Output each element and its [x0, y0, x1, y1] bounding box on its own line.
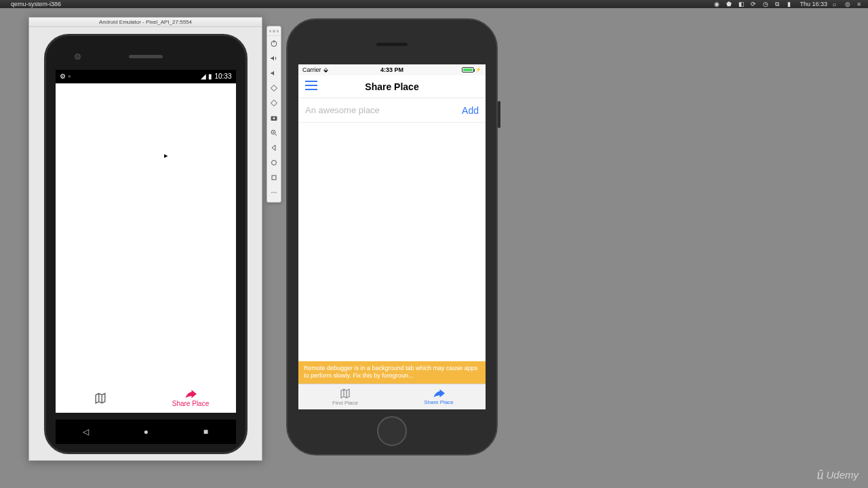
android-tabbar: Share Place [56, 384, 236, 413]
emu-power-button[interactable] [267, 36, 281, 51]
emu-rotate-left-button[interactable] [267, 81, 281, 96]
cursor: ▸ [164, 151, 168, 160]
emulator-titlebar[interactable]: Android Emulator - Pixel_API_27:5554 [29, 18, 262, 27]
svg-point-2 [273, 117, 275, 119]
device-speaker [129, 55, 163, 58]
ios-tabbar: Find Place Share Place [298, 384, 486, 409]
android-app-content[interactable]: ▸ [56, 83, 236, 384]
control-center-icon[interactable]: ◎ [845, 1, 852, 7]
home-button[interactable] [377, 416, 407, 446]
android-screen: ⚙ ▫ ◢ ▮ 10:33 ▸ [56, 70, 236, 413]
svg-point-6 [271, 192, 273, 193]
iphone-device-frame: Carrier ⬙ 4:33 PM ⚡ Share Place Add Remo… [286, 18, 498, 455]
android-statusbar: ⚙ ▫ ◢ ▮ 10:33 [56, 70, 236, 83]
nav-overview-icon[interactable]: ■ [203, 427, 208, 436]
pixel-device-frame: ⚙ ▫ ◢ ▮ 10:33 ▸ [44, 34, 248, 454]
svg-point-7 [273, 192, 275, 193]
svg-rect-5 [272, 176, 276, 180]
wifi-icon[interactable]: ⧉ [775, 1, 782, 7]
emu-back-button[interactable] [267, 140, 281, 155]
tab-label: Share Place [172, 400, 209, 407]
place-input-row: Add [298, 98, 486, 123]
udemy-logo-icon: û [816, 467, 823, 483]
menubar-icon[interactable]: ◷ [763, 1, 770, 7]
emu-more-button[interactable] [267, 185, 281, 200]
tab-label: Find Place [332, 400, 358, 406]
menubar-clock[interactable]: Thu 16:33 [800, 1, 827, 7]
statusbar-time: 10:33 [214, 73, 231, 80]
svg-point-4 [272, 161, 277, 165]
menubar-icon[interactable]: ⟳ [751, 1, 757, 7]
device-speaker [376, 43, 408, 46]
emu-home-button[interactable] [267, 155, 281, 170]
tab-label: Share Place [424, 399, 454, 405]
android-navbar: ◁ ● ■ [56, 420, 236, 444]
toolbar-window-controls[interactable] [267, 28, 281, 36]
notifications-icon[interactable]: ≡ [857, 1, 864, 7]
statusbar-time: 4:33 PM [298, 66, 486, 73]
emu-overview-button[interactable] [267, 170, 281, 185]
ios-screen: Carrier ⬙ 4:33 PM ⚡ Share Place Add Remo… [298, 64, 486, 409]
place-name-input[interactable] [305, 105, 456, 115]
share-icon [184, 390, 197, 399]
battery-icon: ▮ [208, 73, 212, 80]
battery-icon [462, 67, 474, 73]
debug-icon: ▫ [68, 73, 71, 80]
nav-home-icon[interactable]: ● [144, 427, 149, 436]
emu-rotate-right-button[interactable] [267, 96, 281, 110]
battery-icon[interactable]: ▮ [787, 1, 794, 7]
android-emulator-window: Android Emulator - Pixel_API_27:5554 ⚙ ▫… [28, 17, 262, 461]
macos-menubar: qemu-system-i386 ◉ ⬟ ◧ ⟳ ◷ ⧉ ▮ Thu 16:33… [0, 0, 868, 8]
search-icon[interactable]: ⌕ [833, 1, 840, 7]
debugger-warning: Remote debugger is in a background tab w… [298, 361, 486, 384]
menubar-icon[interactable]: ⬟ [726, 1, 733, 7]
signal-icon: ◢ [201, 73, 206, 80]
menu-button[interactable] [305, 81, 317, 93]
tab-share-place[interactable]: Share Place [392, 384, 486, 409]
udemy-watermark: û Udemy [816, 467, 859, 483]
nav-title: Share Place [298, 81, 486, 92]
menubar-app-name[interactable]: qemu-system-i386 [11, 1, 61, 7]
emu-zoom-button[interactable] [267, 125, 281, 140]
menubar-icon[interactable]: ◧ [738, 1, 745, 7]
ios-statusbar: Carrier ⬙ 4:33 PM ⚡ [298, 64, 486, 75]
nav-back-icon[interactable]: ◁ [83, 427, 89, 436]
emu-volume-down-button[interactable] [267, 66, 281, 81]
hamburger-icon [305, 81, 317, 90]
menubar-icon[interactable]: ◉ [714, 1, 721, 7]
udemy-label: Udemy [826, 469, 859, 481]
add-button[interactable]: Add [456, 105, 479, 116]
tab-find-place[interactable]: Find Place [298, 384, 392, 409]
ios-navbar: Share Place [298, 75, 486, 98]
tab-share-place[interactable]: Share Place [146, 384, 236, 413]
emu-camera-button[interactable] [267, 110, 281, 125]
map-icon [339, 388, 351, 399]
share-icon [433, 389, 445, 399]
device-camera [75, 54, 81, 60]
tab-find-place[interactable] [56, 384, 146, 413]
emu-volume-up-button[interactable] [267, 51, 281, 66]
settings-icon: ⚙ [60, 73, 66, 80]
svg-point-8 [275, 192, 277, 193]
map-icon [94, 392, 106, 405]
emulator-toolbar [267, 26, 281, 203]
